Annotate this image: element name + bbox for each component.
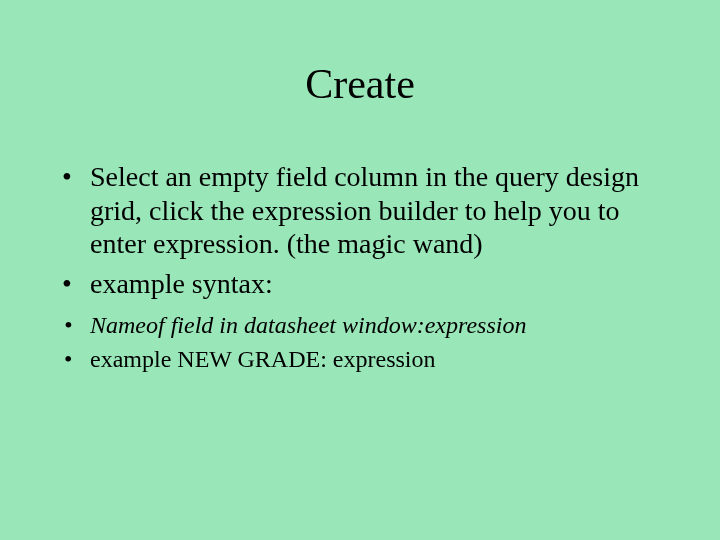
bullet-item: example NEW GRADE: expression (90, 344, 660, 374)
bullet-item: Select an empty field column in the quer… (90, 160, 660, 261)
bullet-list-primary: Select an empty field column in the quer… (60, 160, 660, 300)
slide-content: Select an empty field column in the quer… (60, 160, 660, 378)
bullet-item: example syntax: (90, 267, 660, 301)
bullet-list-secondary: Nameof field in datasheet window:express… (60, 310, 660, 374)
bullet-item: Nameof field in datasheet window:express… (90, 310, 660, 340)
slide: Create Select an empty field column in t… (0, 0, 720, 540)
slide-title: Create (0, 60, 720, 108)
